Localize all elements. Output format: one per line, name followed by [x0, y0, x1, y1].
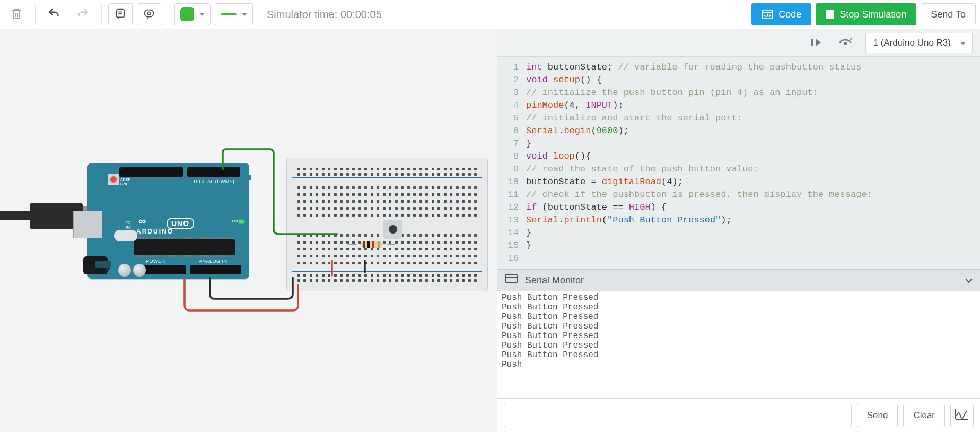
arduino-on-led: [239, 220, 244, 223]
code-pane: 1 (Arduino Uno R3) 123456789101112131415…: [497, 29, 980, 432]
svg-point-5: [844, 42, 847, 45]
arduino-rxtx-labels: TXRX: [126, 220, 131, 230]
redo-icon: [76, 7, 90, 22]
serial-graph-button[interactable]: [950, 404, 974, 427]
serial-monitor-title: Serial Monitor: [525, 275, 584, 286]
serial-input[interactable]: [504, 404, 852, 427]
arduino-digital-header-left[interactable]: [119, 167, 183, 177]
view-toggle-button[interactable]: [137, 3, 161, 25]
step-icon: [809, 37, 822, 49]
redo-button[interactable]: [71, 3, 95, 25]
circuit-canvas[interactable]: DIGITAL (PWM~) POWER ANALOG IN AREF GND …: [0, 29, 497, 432]
breadboard-top-power-rows: [296, 167, 478, 176]
svg-rect-4: [811, 39, 813, 46]
chevron-down-icon: [960, 42, 966, 45]
trash-icon: [10, 7, 23, 22]
stop-button-label: Stop Simulation: [839, 9, 906, 20]
chevron-down-icon: [242, 13, 247, 16]
note-icon: [115, 8, 126, 21]
undo-button[interactable]: [42, 3, 66, 25]
arduino-analog-label: ANALOG IN: [199, 258, 228, 264]
color-swatch: [180, 7, 194, 21]
step-over-button[interactable]: [806, 33, 825, 53]
arduino-analog-header[interactable]: [190, 265, 241, 274]
arduino-power-label: POWER: [146, 258, 165, 264]
chevron-down-icon: [199, 13, 205, 16]
send-to-button[interactable]: Send To: [921, 3, 976, 25]
wire-style-icon: [221, 13, 237, 15]
arduino-gnd-label: GND: [120, 182, 129, 186]
toolbar-separator: [168, 4, 168, 25]
toolbar-separator: [35, 4, 36, 25]
stop-icon: [826, 10, 834, 19]
push-button-component[interactable]: [383, 220, 402, 239]
breadboard[interactable]: [286, 158, 488, 291]
serial-monitor-header[interactable]: Serial Monitor: [497, 270, 980, 291]
editor-lines[interactable]: int buttonState; // variable for reading…: [523, 57, 878, 269]
usb-cable: [0, 211, 32, 220]
arduino-reset-button[interactable]: [108, 174, 119, 185]
arduino-aref-label: AREF: [120, 178, 130, 182]
breadboard-rail-bot-neg: [292, 271, 482, 272]
serial-send-button[interactable]: Send: [857, 404, 898, 427]
serial-clear-button[interactable]: Clear: [903, 404, 945, 427]
board-selector[interactable]: 1 (Arduino Uno R3): [865, 33, 973, 53]
simulator-time-label: Simulator time: 00:00:05: [267, 8, 382, 21]
arduino-brand-label: ARDUINO: [136, 228, 173, 235]
serial-monitor-icon: [505, 274, 518, 287]
arduino-digital-label: DIGITAL (PWM~): [194, 179, 234, 184]
arduino-regulator: [95, 261, 111, 268]
arduino-uno-board[interactable]: DIGITAL (PWM~) POWER ANALOG IN AREF GND …: [88, 163, 249, 279]
graph-icon: [955, 408, 969, 422]
svg-point-2: [147, 12, 151, 14]
arduino-capacitor: [133, 264, 146, 277]
board-selector-label: 1 (Arduino Uno R3): [873, 38, 951, 48]
svg-rect-6: [505, 274, 517, 283]
code-toggle-button[interactable]: Code: [751, 3, 811, 25]
resistor-component[interactable]: [356, 241, 388, 248]
debug-icon: [838, 37, 852, 49]
wire-style-picker[interactable]: [215, 3, 253, 25]
code-editor[interactable]: 12345678910111213141516 int buttonState;…: [497, 57, 980, 269]
serial-output[interactable]: Push Button PressedPush Button PressedPu…: [497, 291, 980, 398]
arduino-capacitor: [118, 264, 131, 277]
breadboard-terminal-rows-top: [296, 185, 478, 218]
svg-rect-1: [145, 10, 154, 16]
annotate-button[interactable]: [108, 3, 133, 25]
breadboard-rail-top-pos: [292, 165, 482, 165]
arduino-uno-logo: UNO: [167, 218, 194, 229]
undo-icon: [47, 7, 61, 22]
arduino-logo-icon: ∞: [138, 215, 146, 227]
serial-footer: Send Clear: [497, 398, 980, 432]
arduino-crystal: [114, 230, 137, 241]
arduino-digital-header-right[interactable]: [187, 167, 240, 177]
delete-button[interactable]: [4, 3, 29, 25]
eye-icon: [143, 8, 155, 21]
arduino-on-label: ON: [232, 219, 238, 223]
arduino-usb-port: [73, 211, 102, 238]
breadboard-rail-bot-pos: [292, 284, 482, 284]
chevron-down-icon: [965, 275, 973, 286]
serial-monitor-panel: Serial Monitor Push Button PressedPush B…: [497, 269, 980, 432]
top-toolbar: Simulator time: 00:00:05 Code Stop Simul…: [0, 0, 980, 29]
arduino-atmega-chip: [134, 239, 235, 255]
wire-color-picker[interactable]: [174, 3, 211, 25]
stop-simulation-button[interactable]: Stop Simulation: [816, 3, 916, 25]
breadboard-bottom-power-rows: [296, 273, 478, 282]
code-button-label: Code: [778, 9, 801, 20]
send-to-label: Send To: [931, 9, 966, 20]
svg-rect-0: [117, 9, 125, 17]
debug-resume-button[interactable]: [836, 33, 855, 53]
code-pane-header: 1 (Arduino Uno R3): [497, 29, 980, 57]
editor-gutter: 12345678910111213141516: [497, 57, 523, 269]
code-icon: [762, 10, 773, 19]
breadboard-rail-top-neg: [292, 177, 482, 178]
toolbar-separator: [101, 4, 102, 25]
